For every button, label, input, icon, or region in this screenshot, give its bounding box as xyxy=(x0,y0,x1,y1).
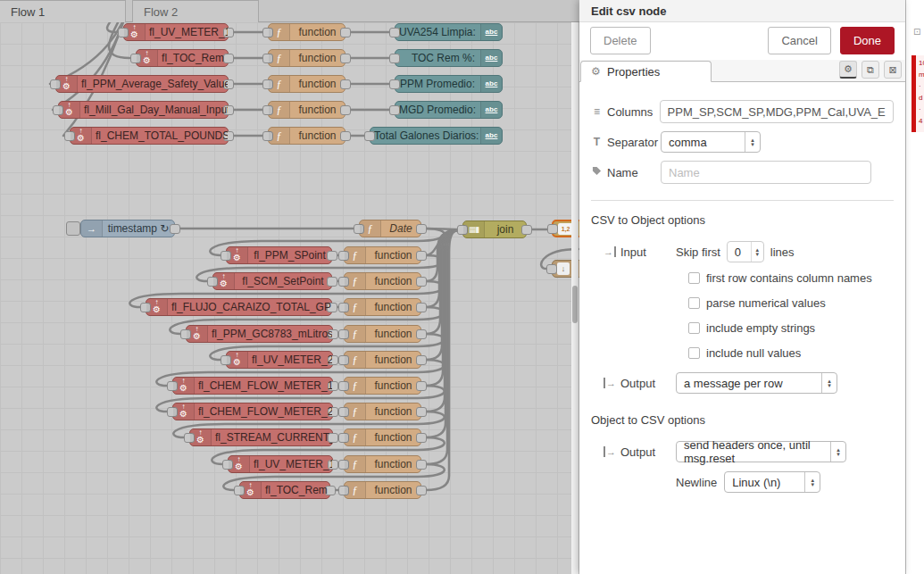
node-ui-text-total-galones[interactable]: Total Galones Diarios: abc xyxy=(370,127,503,145)
node-function[interactable]: ƒ function xyxy=(344,403,421,420)
node-fl-ppm-gc8783-mlitros[interactable]: ↑⚙ fl_PPM_GC8783_mLitros xyxy=(186,325,333,343)
node-fl-toc-rem-b[interactable]: ↑⚙ fl_TOC_Rem xyxy=(239,481,330,499)
node-join[interactable]: ▦▮ join xyxy=(462,220,527,238)
flow-canvas[interactable]: ↑⚙ fl_UV_METER_1 ↑⚙ fl_TOC_Rem ↑⚙ fl_PPM… xyxy=(0,0,579,574)
node-function[interactable]: ƒ function xyxy=(344,351,421,369)
node-function[interactable]: ƒ function xyxy=(344,246,421,264)
node-label: function xyxy=(366,328,420,340)
node-fl-uv-meter-1[interactable]: ↑⚙ fl_UV_METER_1 xyxy=(123,23,229,41)
columns-input[interactable] xyxy=(660,100,894,123)
cancel-button[interactable]: Cancel xyxy=(768,27,830,54)
function-icon: ƒ xyxy=(269,76,290,92)
skip-lines-stepper[interactable]: 0 ▴▾ xyxy=(727,241,764,262)
node-function[interactable]: ƒ function xyxy=(344,325,421,343)
delete-button[interactable]: Delete xyxy=(590,27,651,54)
select-arrows-icon: ▴▾ xyxy=(821,373,837,393)
list-icon: ≡ xyxy=(591,105,603,118)
node-appearance-button[interactable]: ⊠ xyxy=(884,61,902,79)
node-function[interactable]: ƒ function xyxy=(344,377,421,395)
node-ui-text-uva254[interactable]: UVA254 Limpia: abc xyxy=(395,23,503,41)
csv-output-select[interactable]: a message per row ▴▾ xyxy=(676,372,837,394)
node-function[interactable]: ƒ function xyxy=(344,428,421,446)
node-fl-ppm-average-safety-value[interactable]: ↑⚙ fl_PPM_Average_Safety_Value xyxy=(55,75,229,93)
section-divider xyxy=(591,200,894,201)
select-arrows-icon: ▴▾ xyxy=(745,132,760,152)
node-function[interactable]: ƒ function xyxy=(344,272,421,290)
node-label: fl_TOC_Rem xyxy=(158,52,228,64)
include-empty-strings-checkbox[interactable] xyxy=(688,322,700,334)
name-row: Name xyxy=(591,161,894,184)
node-fl-chem-flow-meter-2[interactable]: ↑⚙ fl_CHEM_FLOW_METER_2 xyxy=(172,403,333,420)
checkbox-row: include null values xyxy=(688,346,894,360)
node-label: fl_PPM_SPoint xyxy=(248,249,331,262)
debug-error-message[interactable]: 10 m · d · 4 xyxy=(912,55,924,132)
canvas-vertical-scrollbar[interactable] xyxy=(571,22,579,574)
node-ui-text-mgd-promedio[interactable]: MGD Promedio: abc xyxy=(395,101,503,119)
node-label: TOC Rem %: xyxy=(395,52,480,64)
node-fl-scm-setpoint[interactable]: ↑⚙ fl_SCM_SetPoint xyxy=(212,272,332,290)
node-fl-chem-total-pounds[interactable]: ↑⚙ fl_CHEM_TOTAL_POUNDS xyxy=(70,127,229,145)
parse-numerical-values-checkbox[interactable] xyxy=(688,297,700,309)
node-fl-stream-current-1[interactable]: ↑⚙ fl_STREAM_CURRENT_1 xyxy=(189,428,333,446)
node-function[interactable]: ƒ function xyxy=(344,455,421,473)
tab-flow-2[interactable]: Flow 2 xyxy=(132,0,259,22)
node-label: function xyxy=(366,405,420,418)
node-ui-text-ppm-promedio[interactable]: PPM Promedio: abc xyxy=(395,75,503,93)
node-settings-button[interactable]: ⚙ xyxy=(839,61,857,79)
node-fl-toc-rem[interactable]: ↑⚙ fl_TOC_Rem xyxy=(136,49,229,67)
gear-up-icon: ↑⚙ xyxy=(124,24,146,40)
scrollbar-thumb[interactable] xyxy=(572,286,578,323)
node-label: function xyxy=(290,104,345,116)
node-label: fl_CHEM_TOTAL_POUNDS xyxy=(92,129,228,142)
tab-properties[interactable]: ⚙ Properties xyxy=(580,61,712,82)
node-label: PPM Promedio: xyxy=(395,78,480,90)
input-label: Input xyxy=(620,245,646,259)
checkbox-label: parse numerical values xyxy=(706,296,826,310)
node-fl-ppm-spoint[interactable]: ↑⚙ fl_PPM_SPoint xyxy=(226,246,332,264)
output-icon: → xyxy=(604,446,616,457)
skip-first-label: Skip first xyxy=(676,245,720,259)
node-fl-chem-flow-meter-1[interactable]: ↑⚙ fl_CHEM_FLOW_METER_1 xyxy=(172,377,333,395)
node-function[interactable]: ƒ function xyxy=(268,49,345,67)
function-icon: ƒ xyxy=(345,299,366,315)
name-label: Name xyxy=(607,166,638,179)
node-label: fl_FLUJO_CARAIZO_TOTAL_GPD xyxy=(168,301,331,313)
node-function-date[interactable]: ƒ Date xyxy=(359,220,421,237)
node-label: function xyxy=(366,249,420,262)
node-label: fl_PPM_GC8783_mLitros xyxy=(208,328,332,340)
tab-flow-1[interactable]: Flow 1 xyxy=(0,0,126,22)
checkbox-label: first row contains column names xyxy=(706,271,872,285)
node-label: MGD Promedio: xyxy=(395,104,480,116)
inject-button[interactable] xyxy=(66,221,80,236)
done-button[interactable]: Done xyxy=(840,27,895,54)
node-label: fl_UV_METER_1 xyxy=(250,458,332,470)
node-label: fl_CHEM_FLOW_METER_2 xyxy=(195,405,332,418)
checkbox-row: parse numerical values xyxy=(688,296,894,310)
node-fl-mill-gal-day-manual-input[interactable]: ↑⚙ fl_Mill_Gal_Day_Manual_Input xyxy=(58,101,229,119)
include-null-values-checkbox[interactable] xyxy=(688,347,700,359)
filter-icon: ⊡ xyxy=(913,27,920,37)
node-fl-uv-meter-1-b[interactable]: ↑⚙ fl_UV_METER_1 xyxy=(228,455,333,473)
object-output-value: send headers once, until msg.reset xyxy=(684,438,824,465)
separator-select[interactable]: comma ▴▾ xyxy=(661,131,761,153)
node-function[interactable]: ƒ function xyxy=(268,101,345,119)
node-function[interactable]: ƒ function xyxy=(268,127,345,145)
node-description-button[interactable]: ⧉ xyxy=(862,61,879,79)
node-ui-text-toc-rem[interactable]: TOC Rem %: abc xyxy=(395,49,503,67)
node-fl-uv-meter-2[interactable]: ↑⚙ fl_UV_METER_2 xyxy=(226,351,333,369)
node-label: fl_TOC_Rem xyxy=(262,484,329,496)
csv-node-form: ≡ Columns T Separator comma ▴▾ Name xyxy=(579,82,905,493)
node-fl-flujo-caraizo-total-gpd[interactable]: ↑⚙ fl_FLUJO_CARAIZO_TOTAL_GPD xyxy=(146,298,332,316)
object-output-select[interactable]: send headers once, until msg.reset ▴▾ xyxy=(676,441,846,462)
node-inject-timestamp[interactable]: → timestamp ↻ xyxy=(80,220,175,237)
node-function[interactable]: ƒ function xyxy=(268,75,345,93)
node-function[interactable]: ƒ function xyxy=(268,23,345,41)
name-input[interactable] xyxy=(661,161,871,184)
skip-lines-value: 0 xyxy=(735,245,741,259)
node-function[interactable]: ƒ function xyxy=(344,298,421,316)
output-label: Output xyxy=(620,377,655,390)
newline-select[interactable]: Linux (\n) ▴▾ xyxy=(724,471,820,493)
node-function[interactable]: ƒ function xyxy=(344,481,421,499)
node-label: function xyxy=(290,129,345,142)
first-row-contains-names-checkbox[interactable] xyxy=(688,272,700,284)
